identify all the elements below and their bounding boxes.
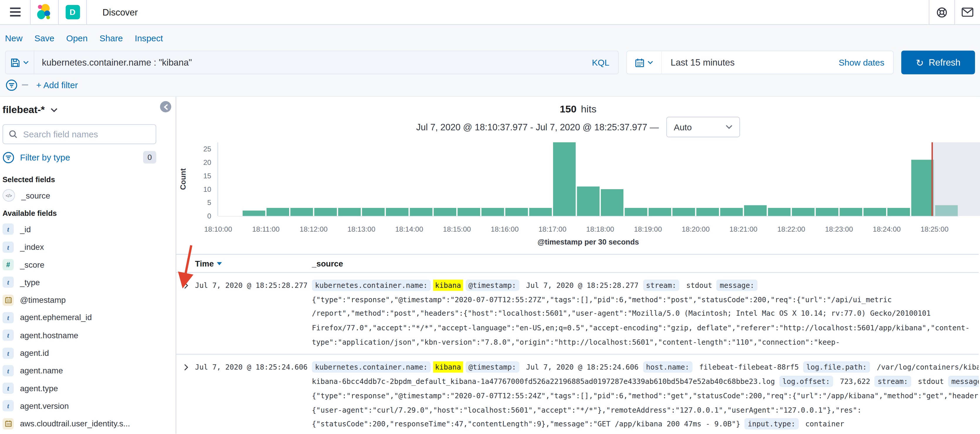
menu-item-new[interactable]: New bbox=[5, 33, 22, 43]
time-column-header[interactable]: Time bbox=[195, 258, 312, 268]
field-item-agent.version[interactable]: tagent.version bbox=[3, 397, 176, 415]
hits-count: 150 bbox=[560, 104, 576, 114]
field-name-pill: message: bbox=[717, 280, 757, 291]
svg-text:18:24:00: 18:24:00 bbox=[873, 225, 900, 233]
row-time-value: Jul 7, 2020 @ 18:25:28.277 bbox=[195, 279, 312, 349]
histogram-bar bbox=[386, 208, 409, 216]
page-title: Discover bbox=[103, 0, 138, 24]
elastic-logo-icon[interactable] bbox=[30, 0, 58, 24]
source-field-icon: </> bbox=[3, 189, 15, 202]
lifebuoy-icon bbox=[936, 6, 948, 19]
date-picker: Last 15 minutes Show dates bbox=[626, 51, 894, 74]
index-pattern-selector[interactable]: filebeat-* bbox=[3, 103, 176, 117]
field-name-pill: stream: bbox=[875, 376, 911, 387]
source-line: kubernetes.container.name:kibana@timesta… bbox=[312, 361, 979, 375]
divider bbox=[86, 0, 87, 24]
histogram-bar bbox=[601, 189, 624, 216]
add-filter-button[interactable]: + Add filter bbox=[37, 80, 78, 90]
field-item-agent.name[interactable]: tagent.name bbox=[3, 362, 176, 380]
selected-fields-heading: Selected fields bbox=[3, 176, 176, 184]
show-dates-button[interactable]: Show dates bbox=[838, 57, 893, 67]
svg-text:0: 0 bbox=[207, 212, 212, 220]
histogram-date-range: Jul 7, 2020 @ 18:10:37.977 - Jul 7, 2020… bbox=[416, 122, 659, 132]
field-item-agent.hostname[interactable]: tagent.hostname bbox=[3, 326, 176, 344]
field-item-agent.ephemeral_id[interactable]: tagent.ephemeral_id bbox=[3, 309, 176, 326]
source-text: Jul 7, 2020 @ 18:25:24.606 bbox=[522, 363, 643, 372]
svg-text:5: 5 bbox=[207, 198, 212, 206]
field-item-_type[interactable]: t_type bbox=[3, 274, 176, 291]
histogram-bar bbox=[816, 208, 838, 216]
menu-hamburger-icon[interactable] bbox=[0, 0, 30, 24]
field-search-box bbox=[3, 124, 156, 144]
newsfeed-button[interactable] bbox=[955, 0, 980, 24]
svg-text:18:18:00: 18:18:00 bbox=[586, 225, 614, 233]
histogram-bar bbox=[290, 208, 313, 216]
query-language-button[interactable]: KQL bbox=[583, 57, 618, 67]
field-name: _score bbox=[20, 260, 44, 269]
source-text: stdout bbox=[913, 377, 948, 386]
string-field-icon: t bbox=[3, 365, 14, 376]
query-input[interactable]: kubernetes.container.name : "kibana" bbox=[34, 57, 583, 67]
field-name: _type bbox=[20, 278, 40, 287]
menu-item-open[interactable]: Open bbox=[66, 33, 88, 43]
histogram-chart[interactable]: 051015202518:10:0018:11:0018:12:0018:13:… bbox=[176, 132, 980, 256]
available-fields-list: t_idt_index#_scoret_type@timestamptagent… bbox=[3, 220, 176, 434]
refresh-button[interactable]: ↻ Refresh bbox=[901, 51, 975, 74]
menu-item-save[interactable]: Save bbox=[34, 33, 54, 43]
string-field-icon: t bbox=[3, 241, 14, 252]
expand-row-button[interactable] bbox=[176, 361, 195, 431]
string-field-icon: t bbox=[3, 383, 14, 394]
field-item-_score[interactable]: #_score bbox=[3, 256, 176, 274]
source-text: /var/log/containers/kibana- bbox=[872, 363, 979, 372]
svg-text:@timestamp per 30 seconds: @timestamp per 30 seconds bbox=[538, 238, 639, 246]
saved-query-menu-button[interactable] bbox=[6, 51, 34, 74]
field-item-aws.cloudtrail.user_identity.s...[interactable]: aws.cloudtrail.user_identity.s... bbox=[3, 415, 176, 432]
source-line: {"type":"response","@timestamp":"2020-07… bbox=[312, 389, 979, 403]
field-item-azure.auditlogs.properties.ac...[interactable]: azure.auditlogs.properties.ac... bbox=[3, 432, 176, 434]
collapse-sidebar-button[interactable] bbox=[160, 101, 171, 112]
highlighted-value: kibana bbox=[433, 280, 463, 291]
field-name: _source bbox=[21, 191, 50, 200]
chevron-right-icon bbox=[182, 364, 189, 371]
menu-item-inspect[interactable]: Inspect bbox=[135, 33, 163, 43]
current-time-marker bbox=[932, 143, 933, 216]
histogram-bar bbox=[840, 208, 862, 216]
field-item-_id[interactable]: t_id bbox=[3, 220, 176, 238]
string-field-icon: t bbox=[3, 347, 14, 358]
field-name-pill: message: bbox=[948, 376, 979, 387]
field-item-_index[interactable]: t_index bbox=[3, 238, 176, 256]
field-item-agent.id[interactable]: tagent.id bbox=[3, 344, 176, 362]
histogram-bar bbox=[577, 187, 600, 216]
field-search-input[interactable] bbox=[22, 128, 150, 140]
svg-text:18:15:00: 18:15:00 bbox=[443, 225, 471, 233]
field-name: agent.ephemeral_id bbox=[20, 313, 92, 322]
field-name-pill: @timestamp: bbox=[465, 362, 519, 373]
histogram-bar bbox=[887, 208, 910, 216]
field-name-pill: log.offset: bbox=[779, 376, 833, 387]
source-line: /report","method":"post","headers":{"hos… bbox=[312, 307, 979, 321]
search-icon bbox=[9, 130, 18, 138]
sort-desc-icon bbox=[217, 262, 222, 265]
source-text: Firefox/77.0","accept":"*/*","accept-lan… bbox=[312, 323, 970, 332]
field-name: agent.name bbox=[20, 366, 63, 375]
quick-select-time-button[interactable] bbox=[627, 51, 662, 74]
source-line: {"user-agent":"curl/7.29.0","host":"loca… bbox=[312, 403, 979, 417]
filter-by-type-button[interactable]: Filter by type bbox=[20, 152, 70, 162]
histogram-bar bbox=[768, 208, 791, 216]
menu-item-share[interactable]: Share bbox=[99, 33, 123, 43]
histogram-bar bbox=[410, 208, 433, 216]
time-range-value[interactable]: Last 15 minutes bbox=[662, 57, 838, 67]
histogram-bar bbox=[697, 208, 719, 216]
field-item-_source[interactable]: </>_source bbox=[3, 187, 176, 204]
field-item-@timestamp[interactable]: @timestamp bbox=[3, 291, 176, 309]
row-source-value: kubernetes.container.name:kibana@timesta… bbox=[312, 279, 979, 349]
help-button[interactable] bbox=[929, 0, 954, 24]
expand-row-button[interactable] bbox=[176, 279, 195, 349]
chevron-down-icon bbox=[23, 61, 29, 65]
field-name: agent.hostname bbox=[20, 331, 78, 340]
histogram-bar bbox=[864, 208, 886, 216]
field-item-agent.type[interactable]: tagent.type bbox=[3, 380, 176, 397]
histogram-bar bbox=[744, 205, 767, 216]
svg-text:18:13:00: 18:13:00 bbox=[347, 225, 375, 233]
available-fields-heading: Available fields bbox=[3, 209, 176, 218]
